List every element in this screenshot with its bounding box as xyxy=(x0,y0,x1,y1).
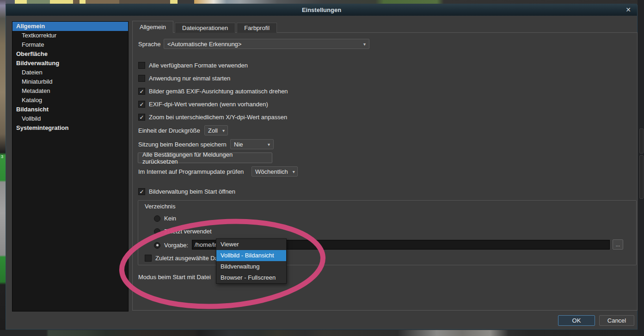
language-label: Sprache xyxy=(138,41,160,48)
checkbox-icon xyxy=(138,62,145,69)
checkbox-label: Alle verfügbaren Formate verwenden xyxy=(149,62,248,69)
sidebar-item-textkorrektur[interactable]: Textkorrektur xyxy=(12,31,128,40)
checkbox-zoom-dpi[interactable]: ✓ Zoom bei unterschiedlichem X/Y-dpi-Wer… xyxy=(138,114,287,121)
sidebar-item-vollbild[interactable]: Vollbild xyxy=(12,114,128,123)
settings-dialog: Einstellungen ✕ Allgemein Textkorrektur … xyxy=(6,4,638,330)
cancel-button[interactable]: Cancel xyxy=(599,315,634,326)
chevron-down-icon: ▾ xyxy=(222,128,225,133)
update-check-value: Wöchentlich xyxy=(255,168,288,175)
radio-icon xyxy=(154,215,160,222)
print-unit-value: Zoll xyxy=(208,127,218,134)
print-unit-label: Einheit der Druckgröße xyxy=(138,127,200,134)
sidebar-item-metadaten[interactable]: Metadaten xyxy=(12,86,128,96)
language-row: Sprache xyxy=(138,39,160,49)
radio-label: Vorgabe: xyxy=(164,242,188,249)
radio-vorgabe[interactable]: Vorgabe: xyxy=(154,242,188,249)
dialog-title: Einstellungen xyxy=(302,6,341,13)
directory-group-title: Verzeichnis xyxy=(145,203,175,210)
radio-icon xyxy=(154,228,160,235)
checkbox-last-selected-file[interactable]: Zuletzt ausgewählte Da xyxy=(145,255,218,262)
background-thumbnail-strip-left xyxy=(0,0,6,336)
checkbox-label: Bilder gemäß EXIF-Ausrichtung automatisc… xyxy=(149,88,288,95)
checkbox-icon: ✓ xyxy=(138,114,145,121)
dropdown-item-browser-fullscreen[interactable]: Browser - Fullscreen xyxy=(216,272,286,283)
checkbox-icon xyxy=(138,75,145,82)
background-count-badge: 3 xyxy=(1,154,3,159)
radio-kein[interactable]: Kein xyxy=(154,215,176,222)
update-check-row: Im Internet auf Programmupdate prüfen xyxy=(138,166,244,177)
radio-label: Kein xyxy=(164,215,176,222)
radio-label: Zuletzt verwendet xyxy=(164,228,212,235)
checkbox-label: Zoom bei unterschiedlichem X/Y-dpi-Wert … xyxy=(149,114,287,121)
tab-allgemein[interactable]: Allgemein xyxy=(132,21,173,33)
checkbox-label: EXIF-dpi-Wert verwenden (wenn vorhanden) xyxy=(149,101,268,108)
update-check-label: Im Internet auf Programmupdate prüfen xyxy=(138,168,244,175)
language-value: <Automatische Erkennung> xyxy=(167,41,241,48)
chevron-down-icon: ▾ xyxy=(363,42,366,47)
sidebar-item-formate[interactable]: Formate xyxy=(12,40,128,49)
background-scrollbar-track[interactable] xyxy=(639,155,644,199)
session-value: Nie xyxy=(234,141,243,148)
start-mode-label: Modus beim Start mit Datei xyxy=(138,274,211,281)
sidebar-item-bildansicht[interactable]: Bildansicht xyxy=(12,105,128,114)
language-select[interactable]: <Automatische Erkennung> ▾ xyxy=(164,39,369,49)
start-mode-dropdown-list: Viewer Vollbild - Bildansicht Bildverwal… xyxy=(216,238,287,284)
checkbox-browser-start[interactable]: ✓ Bildverwaltung beim Start öffnen xyxy=(138,188,235,195)
background-thumbnail-strip-bottom xyxy=(0,330,644,336)
print-unit-select[interactable]: Zoll ▾ xyxy=(204,125,228,135)
chevron-down-icon: ▾ xyxy=(293,169,295,174)
session-label: Sitzung beim Beenden speichern xyxy=(138,141,227,148)
background-scrollbar-thumb[interactable] xyxy=(639,128,644,153)
reset-confirmations-button[interactable]: Alle Bestätigungen für Meldungen zurücks… xyxy=(138,153,272,163)
sidebar-item-oberflaeche[interactable]: Oberfläche xyxy=(12,49,128,59)
checkbox-label: Zuletzt ausgewählte Da xyxy=(155,255,218,262)
sidebar-item-allgemein[interactable]: Allgemein xyxy=(12,22,128,31)
sidebar-item-miniaturbild[interactable]: Miniaturbild xyxy=(12,77,128,86)
checkbox-icon xyxy=(145,255,152,262)
tab-pane-allgemein: Sprache <Automatische Erkennung> ▾ Alle … xyxy=(132,32,638,311)
checkbox-icon: ✓ xyxy=(138,188,145,195)
checkbox-single-instance[interactable]: Anwendung nur einmal starten xyxy=(138,75,230,82)
print-unit-row: Einheit der Druckgröße xyxy=(138,125,200,135)
check-icon: ✓ xyxy=(139,102,144,107)
dropdown-item-vollbild-bildansicht[interactable]: Vollbild - Bildansicht xyxy=(216,250,286,261)
checkbox-icon: ✓ xyxy=(138,101,145,108)
sidebar-item-katalog[interactable]: Katalog xyxy=(12,96,128,105)
session-select[interactable]: Nie ▾ xyxy=(230,139,274,149)
checkbox-label: Anwendung nur einmal starten xyxy=(149,75,230,82)
screen: 3 Einstellungen ✕ Allgemein Textkorrektu… xyxy=(0,0,644,336)
start-mode-row: Modus beim Start mit Datei xyxy=(138,272,211,282)
checkbox-icon: ✓ xyxy=(138,88,145,95)
sidebar-item-dateien[interactable]: Dateien xyxy=(12,68,128,77)
radio-zuletzt-verwendet[interactable]: Zuletzt verwendet xyxy=(154,228,212,235)
sidebar-item-systemintegration[interactable]: Systemintegration xyxy=(12,123,128,133)
check-icon: ✓ xyxy=(139,115,144,120)
update-check-select[interactable]: Wöchentlich ▾ xyxy=(251,166,298,177)
radio-icon xyxy=(154,242,160,249)
sidebar-item-bildverwaltung[interactable]: Bildverwaltung xyxy=(12,59,128,68)
check-icon: ✓ xyxy=(139,89,144,94)
background-scrollbar-area xyxy=(638,0,644,336)
directory-groupbox: Verzeichnis Kein Zuletzt verwendet Vorga… xyxy=(138,200,637,265)
checkbox-label: Bildverwaltung beim Start öffnen xyxy=(149,188,235,195)
tab-farbprofil[interactable]: Farbprofil xyxy=(237,23,277,33)
dropdown-item-bildverwaltung[interactable]: Bildverwaltung xyxy=(216,261,286,272)
chevron-down-icon: ▾ xyxy=(268,142,270,147)
settings-category-tree: Allgemein Textkorrektur Formate Oberfläc… xyxy=(12,21,129,312)
tab-dateioperationen[interactable]: Dateioperationen xyxy=(175,23,235,33)
close-icon[interactable]: ✕ xyxy=(626,5,631,14)
checkbox-all-formats[interactable]: Alle verfügbaren Formate verwenden xyxy=(138,62,248,69)
ok-button[interactable]: OK xyxy=(558,315,595,326)
dialog-body: Allgemein Textkorrektur Formate Oberfläc… xyxy=(6,16,637,329)
check-icon: ✓ xyxy=(139,189,144,195)
session-row: Sitzung beim Beenden speichern xyxy=(138,139,227,149)
dialog-titlebar[interactable]: Einstellungen ✕ xyxy=(6,4,637,16)
tabbar: Allgemein Dateioperationen Farbprofil xyxy=(132,21,278,33)
checkbox-exif-dpi[interactable]: ✓ EXIF-dpi-Wert verwenden (wenn vorhande… xyxy=(138,101,268,108)
browse-button[interactable]: … xyxy=(613,239,623,250)
checkbox-exif-rotate[interactable]: ✓ Bilder gemäß EXIF-Ausrichtung automati… xyxy=(138,88,288,95)
dropdown-item-viewer[interactable]: Viewer xyxy=(216,239,286,250)
